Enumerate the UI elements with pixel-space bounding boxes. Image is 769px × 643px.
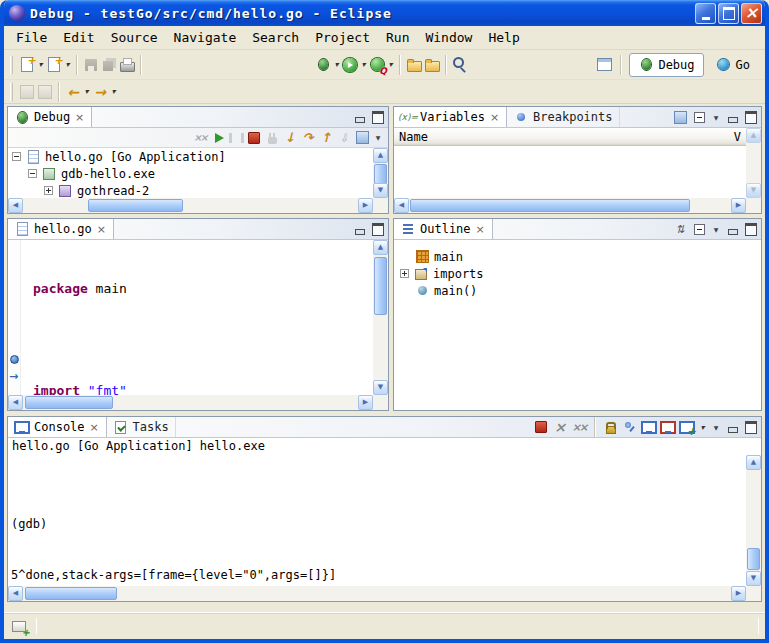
debug-launch-dropdown-icon[interactable] [332,60,341,69]
collapse-all-icon[interactable] [691,109,707,125]
show-stderr-icon[interactable] [660,419,676,435]
new-wizard-dropdown-icon[interactable] [36,60,45,69]
new-go-element-dropdown-icon[interactable] [63,60,72,69]
tree-row-process[interactable]: gdb-hello.exe [8,165,373,182]
print-icon[interactable] [118,56,136,74]
editor-marker-bar[interactable] [8,240,21,395]
code-editor-area[interactable]: package main import "fmt" func main() { … [21,240,373,395]
minimize-view-button[interactable] [725,420,740,434]
forward-history-dropdown-icon[interactable] [109,87,118,96]
open-perspective-icon[interactable] [595,56,613,74]
tab-console[interactable]: Console [8,417,107,437]
terminate-icon[interactable] [246,130,262,146]
minimize-view-button[interactable] [352,110,367,124]
new-wizard-icon[interactable] [18,56,36,74]
scroll-thumb[interactable] [410,199,690,212]
outline-row-imports[interactable]: imports [394,265,761,282]
tree-row-launch[interactable]: hello.go [Go Application] [8,148,373,165]
expand-expander-icon[interactable] [44,186,53,195]
run-icon[interactable] [341,56,359,74]
console-output[interactable]: (gdb) 5^done,stack-args=[frame={level="0… [8,455,746,586]
scroll-up-icon[interactable] [746,455,761,470]
run-dropdown-icon[interactable] [359,60,368,69]
resume-icon[interactable] [210,130,226,146]
close-icon[interactable] [89,422,100,433]
menu-edit[interactable]: Edit [55,28,102,47]
maximize-view-button[interactable] [370,110,385,124]
maximize-view-button[interactable] [743,110,758,124]
back-icon[interactable] [64,83,82,101]
scroll-thumb[interactable] [747,548,760,570]
maximize-view-button[interactable] [743,420,758,434]
show-logical-structure-icon[interactable] [672,109,688,125]
collapse-all-icon[interactable] [691,221,707,237]
debug-vertical-scrollbar[interactable] [373,148,388,198]
minimize-button[interactable] [695,3,716,24]
view-menu-icon[interactable] [710,226,722,233]
minimize-view-button[interactable] [725,222,740,236]
external-tools-icon[interactable] [368,56,386,74]
tab-tasks[interactable]: Tasks [107,417,176,437]
menu-run[interactable]: Run [378,28,417,47]
scroll-thumb[interactable] [88,199,183,212]
sort-icon[interactable] [672,221,688,237]
name-column-header[interactable]: Name [399,130,428,144]
menu-navigate[interactable]: Navigate [166,28,245,47]
minimize-view-button[interactable] [352,222,367,236]
back-history-dropdown-icon[interactable] [82,87,91,96]
scroll-thumb[interactable] [374,164,387,184]
view-menu-icon[interactable] [710,114,722,121]
tab-breakpoints[interactable]: Breakpoints [507,107,619,127]
close-icon[interactable] [96,224,107,235]
outline-row-package[interactable]: main [394,248,761,265]
scroll-right-icon[interactable] [731,198,746,213]
maximize-view-button[interactable] [370,222,385,236]
tab-outline[interactable]: Outline [394,219,493,239]
debug-launch-icon[interactable] [314,56,332,74]
scroll-down-icon[interactable] [373,183,388,198]
tab-variables[interactable]: (x)= Variables [394,107,507,127]
show-stdout-icon[interactable] [641,419,657,435]
external-tools-dropdown-ic[interactable] [386,60,395,69]
collapse-expander-icon[interactable] [28,169,37,178]
variables-horizontal-scrollbar[interactable] [394,198,746,213]
use-step-filters-icon[interactable] [354,130,370,146]
title-bar[interactable]: Debug - testGo/src/cmd/hello.go - Eclips… [4,0,765,26]
scroll-right-icon[interactable] [358,198,373,213]
close-button[interactable] [741,3,762,24]
scroll-down-icon[interactable] [746,571,761,586]
scroll-left-icon[interactable] [394,198,409,213]
value-column-header[interactable]: V [734,130,741,144]
scroll-left-icon[interactable] [8,395,23,410]
scroll-up-icon[interactable] [373,148,388,163]
step-return-icon[interactable] [318,130,334,146]
menu-window[interactable]: Window [417,28,480,47]
view-menu-icon[interactable] [372,134,384,141]
editor-vertical-scrollbar[interactable] [373,240,388,395]
open-resource-icon[interactable] [405,56,423,74]
view-menu-icon[interactable] [710,424,722,431]
menu-source[interactable]: Source [103,28,166,47]
close-icon[interactable] [475,224,486,235]
scroll-right-icon[interactable] [358,395,373,410]
scroll-thumb[interactable] [25,396,113,409]
menu-project[interactable]: Project [307,28,378,47]
open-console-icon[interactable] [679,419,695,435]
variables-vertical-scrollbar[interactable] [746,128,761,198]
console-horizontal-scrollbar[interactable] [8,586,746,601]
maximize-button[interactable] [718,3,739,24]
tree-row-thread[interactable]: gothread-2 [8,182,373,198]
scroll-left-icon[interactable] [8,198,23,213]
collapse-expander-icon[interactable] [12,152,21,161]
new-go-element-icon[interactable] [45,56,63,74]
pin-console-icon[interactable] [622,419,638,435]
close-icon[interactable] [74,112,85,123]
breakpoint-icon[interactable] [10,355,19,364]
minimize-view-button[interactable] [725,110,740,124]
menu-help[interactable]: Help [480,28,527,47]
fast-view-icon[interactable] [10,617,28,635]
tab-debug[interactable]: Debug [8,107,92,127]
step-into-icon[interactable] [282,130,298,146]
close-icon[interactable] [489,112,500,123]
search-icon[interactable] [451,56,469,74]
